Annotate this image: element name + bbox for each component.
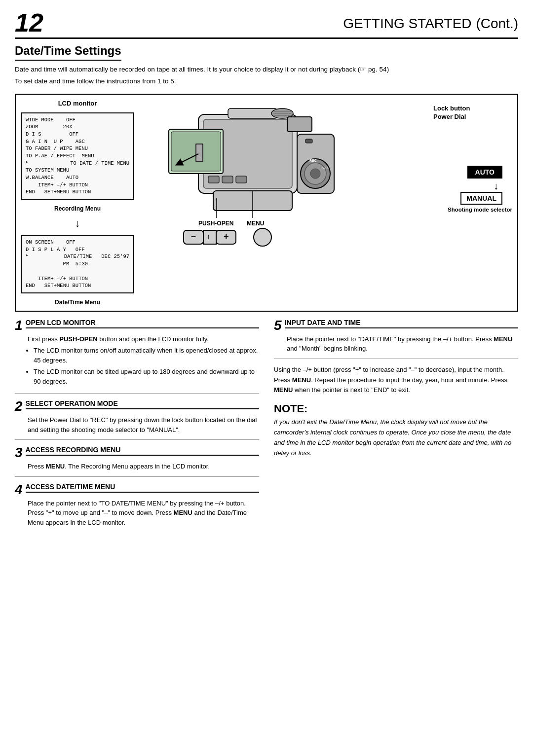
step-5-body: Place the pointer next to "DATE/TIME" by…: [287, 334, 518, 354]
step-3-header: 3 ACCESS RECORDING MENU: [15, 446, 259, 460]
svg-rect-28: [203, 230, 216, 244]
step-2-title: SELECT OPERATION MODE: [26, 399, 259, 409]
step-4-number: 4: [15, 483, 23, 497]
svg-text:MENU: MENU: [247, 220, 264, 227]
step-5: 5 INPUT DATE AND TIME Place the pointer …: [274, 319, 518, 359]
menu-row: ZOOM 20X: [26, 123, 129, 131]
section-title: Date/Time Settings: [15, 44, 121, 61]
step-5-title: INPUT DATE AND TIME: [285, 319, 518, 328]
step-1-bullet-1: The LCD monitor turns on/off automatical…: [34, 346, 259, 365]
recording-menu-caption: Recording Menu: [21, 205, 134, 212]
menu-row: END SET➔MENU BUTTON: [26, 188, 129, 196]
step-2-body: Set the Power Dial to "REC" by pressing …: [28, 415, 259, 434]
svg-rect-4: [196, 144, 203, 161]
header-cont: (Cont.): [476, 16, 518, 31]
svg-text:–: –: [191, 231, 196, 241]
svg-rect-17: [305, 139, 312, 143]
datetime-menu-caption: Date/Time Menu: [21, 299, 134, 306]
intro-text-1: Date and time will automatically be reco…: [15, 65, 518, 74]
page-title-header: GETTING STARTED (Cont.): [343, 14, 518, 32]
recording-menu-screen: WIDE MODE OFF ZOOM 20X D I S OFF G A I N…: [21, 112, 134, 200]
menu-row-date: DATE/TIME DEC 25'97: [26, 253, 129, 260]
menu-row: TO FADER / WIPE MENU: [26, 145, 129, 152]
intro-text-2: To set date and time follow the instruct…: [15, 76, 518, 86]
svg-rect-21: [236, 176, 247, 183]
menu-row: ITEM➔ –/+ BUTTON: [26, 181, 129, 189]
manual-box: MANUAL: [460, 192, 502, 205]
menu-row: TO SYSTEM MENU: [26, 167, 129, 174]
arrow-down-indicator: ↓: [494, 180, 498, 192]
menu-row: [26, 268, 129, 275]
note-title: NOTE:: [274, 402, 518, 415]
lcd-monitor-label: LCD monitor: [21, 100, 134, 107]
step-3-number: 3: [15, 446, 23, 460]
menu-row: D I S OFF: [26, 131, 129, 138]
step-4-title: ACCESS DATE/TIME MENU: [26, 483, 259, 493]
note-body: If you don't exit the Date/Time Menu, th…: [274, 417, 518, 458]
diagram-container: LCD monitor WIDE MODE OFF ZOOM 20X D I S…: [15, 94, 518, 312]
step-2-header: 2 SELECT OPERATION MODE: [15, 399, 259, 413]
svg-text:PUSH-OPEN: PUSH-OPEN: [198, 220, 233, 227]
step-2-text: Set the Power Dial to "REC" by pressing …: [28, 415, 259, 434]
auto-box: AUTO: [467, 166, 502, 179]
page-number: 12: [15, 10, 43, 36]
camera-illustration: REC PLAY PUSH-OPEN MENU: [139, 100, 346, 252]
steps-container: 1 OPEN LCD MONITOR First press PUSH-OPEN…: [15, 319, 518, 539]
menu-row: ON SCREEN OFF: [26, 239, 129, 246]
svg-rect-20: [222, 176, 233, 183]
svg-rect-19: [208, 176, 219, 183]
page-header: 12 GETTING STARTED (Cont.): [15, 10, 518, 39]
menu-row: PM 5:30: [26, 260, 129, 268]
menu-row: WIDE MODE OFF: [26, 116, 129, 124]
svg-text:I: I: [208, 233, 210, 241]
datetime-menu-screen: ON SCREEN OFF D I S P L A Y OFF DATE/TIM…: [21, 235, 134, 293]
svg-text:REC: REC: [309, 159, 317, 162]
step-1-number: 1: [15, 319, 23, 332]
step-4-body: Place the pointer next to "TO DATE/TIME …: [28, 499, 259, 528]
menu-row: G A I N U P AGC: [26, 138, 129, 145]
camera-area: REC PLAY PUSH-OPEN MENU: [139, 100, 428, 306]
lock-button-label: Lock button: [433, 105, 470, 112]
step-1: 1 OPEN LCD MONITOR First press PUSH-OPEN…: [15, 319, 259, 394]
menu-row: TO P.AE / EFFECT MENU: [26, 152, 129, 160]
step-3: 3 ACCESS RECORDING MENU Press MENU. The …: [15, 446, 259, 477]
step-1-body: First press PUSH-OPEN button and open th…: [28, 334, 259, 387]
step-4: 4 ACCESS DATE/TIME MENU Place the pointe…: [15, 483, 259, 533]
step-2: 2 SELECT OPERATION MODE Set the Power Di…: [15, 399, 259, 440]
header-title: GETTING STARTED: [343, 16, 471, 31]
step-1-header: 1 OPEN LCD MONITOR: [15, 319, 259, 332]
note-title-text: NOTE:: [274, 402, 307, 415]
menu-row: END SET➔MENU BUTTON: [26, 282, 129, 289]
note-section: NOTE: If you don't exit the Date/Time Me…: [274, 402, 518, 458]
step-3-title: ACCESS RECORDING MENU: [26, 446, 259, 456]
svg-rect-5: [228, 108, 277, 118]
step-2-number: 2: [15, 399, 23, 413]
step-1-title: OPEN LCD MONITOR: [26, 319, 259, 328]
arrow-down-icon: ↓: [21, 217, 134, 230]
svg-point-32: [254, 228, 271, 246]
step-5-number: 5: [274, 319, 282, 332]
svg-rect-10: [287, 117, 312, 132]
step-3-body: Press MENU. The Recording Menu appears i…: [28, 462, 259, 471]
step-5-header: 5 INPUT DATE AND TIME: [274, 319, 518, 332]
menu-row-selected: TO DATE / TIME MENU: [26, 160, 129, 167]
lcd-panels: LCD monitor WIDE MODE OFF ZOOM 20X D I S…: [21, 100, 134, 306]
menu-row: D I S P L A Y OFF: [26, 246, 129, 253]
step-5-extra: Using the –/+ button (press "+" to incre…: [274, 365, 518, 396]
svg-text:PLAY: PLAY: [321, 166, 328, 169]
menu-row: ITEM➔ –/+ BUTTON: [26, 275, 129, 283]
steps-right: 5 INPUT DATE AND TIME Place the pointer …: [274, 319, 518, 539]
menu-row: W.BALANCE AUTO: [26, 174, 129, 181]
step-4-header: 4 ACCESS DATE/TIME MENU: [15, 483, 259, 497]
svg-text:+: +: [224, 231, 229, 241]
step-1-bullet-2: The LCD monitor can be tilted upward up …: [34, 367, 259, 386]
shooting-mode-label: Shooting mode selector: [448, 207, 512, 213]
right-labels: Lock button Power Dial AUTO ↓ MANUAL Sho…: [433, 100, 512, 306]
power-dial-label: Power Dial: [433, 113, 470, 120]
svg-point-14: [310, 169, 320, 179]
steps-left: 1 OPEN LCD MONITOR First press PUSH-OPEN…: [15, 319, 259, 539]
